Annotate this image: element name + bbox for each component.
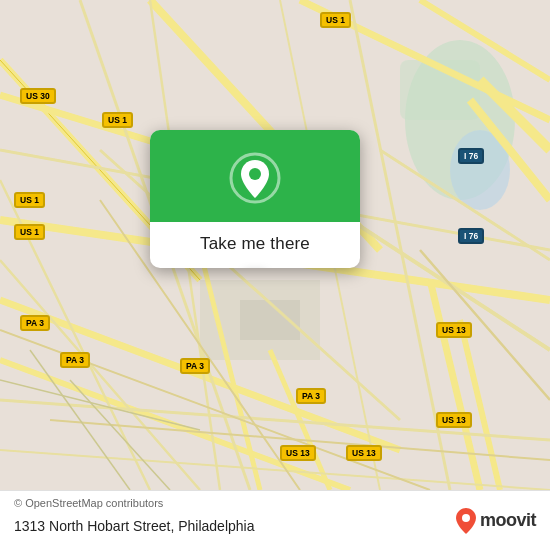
location-pin-icon <box>229 152 281 204</box>
pa3-badge-right: PA 3 <box>296 388 326 404</box>
us1-badge-mid: US 1 <box>102 112 133 128</box>
moovit-wordmark: moovit <box>480 510 536 531</box>
bottom-bar: © OpenStreetMap contributors 1313 North … <box>0 490 550 550</box>
popup-header <box>150 130 360 222</box>
popup-button[interactable]: Take me there <box>182 222 328 268</box>
us1-badge-left1: US 1 <box>14 192 45 208</box>
i76-badge-right: I 76 <box>458 228 484 244</box>
pa3-badge-left2: PA 3 <box>60 352 90 368</box>
us13-badge-bottom2: US 13 <box>346 445 382 461</box>
svg-point-41 <box>249 168 261 180</box>
map-container: US 1 US 30 US 1 US 1 US 1 I 76 I 76 PA 3… <box>0 0 550 490</box>
us1-badge-top: US 1 <box>320 12 351 28</box>
svg-point-42 <box>462 514 470 522</box>
copyright-text: © OpenStreetMap contributors <box>14 497 163 509</box>
i76-badge-top: I 76 <box>458 148 484 164</box>
pa3-badge-left1: PA 3 <box>20 315 50 331</box>
us30-badge: US 30 <box>20 88 56 104</box>
popup-card[interactable]: Take me there <box>150 130 360 268</box>
pa3-badge-center: PA 3 <box>180 358 210 374</box>
us13-badge-bottom1: US 13 <box>280 445 316 461</box>
us1-badge-left2: US 1 <box>14 224 45 240</box>
us13-badge-right1: US 13 <box>436 322 472 338</box>
moovit-pin-icon <box>455 507 477 535</box>
moovit-logo: moovit <box>455 507 536 535</box>
us13-badge-right2: US 13 <box>436 412 472 428</box>
